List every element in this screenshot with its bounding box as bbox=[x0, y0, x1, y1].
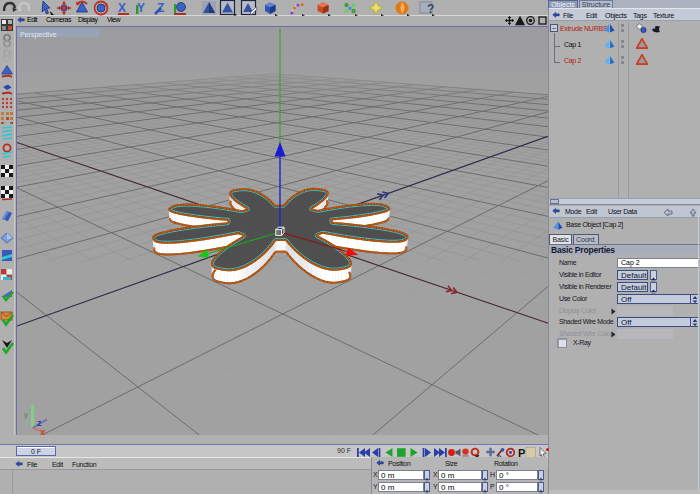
svg-text:y: y bbox=[24, 410, 28, 419]
svg-text:?: ? bbox=[427, 2, 434, 16]
svg-text:Perspective: Perspective bbox=[20, 31, 57, 39]
svg-text:X: X bbox=[118, 1, 126, 15]
